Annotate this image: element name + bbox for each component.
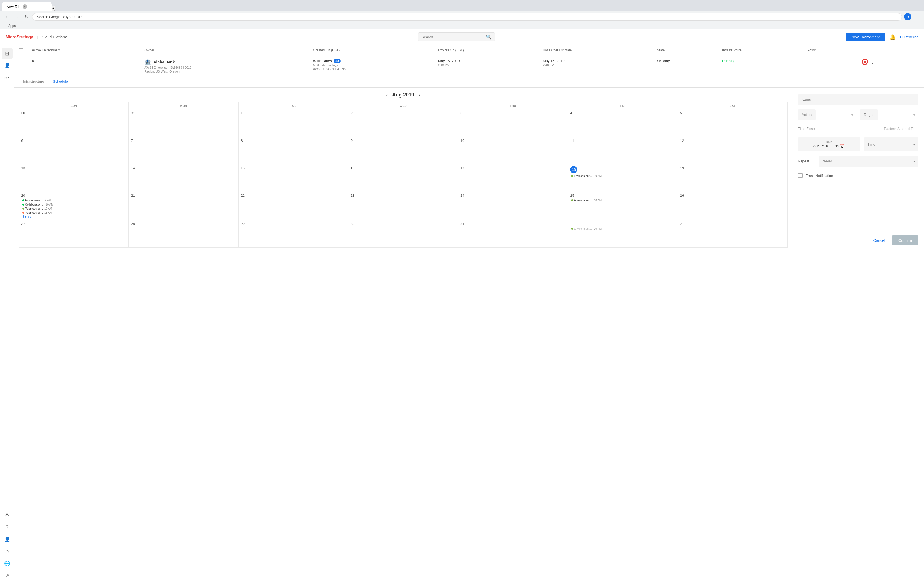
target-select-wrapper[interactable]: Target — [860, 110, 919, 120]
cal-day-10[interactable]: 10 — [458, 137, 568, 164]
more-events-link[interactable]: +3 more — [21, 215, 126, 218]
cal-day-2-next[interactable]: 2 — [678, 220, 787, 248]
cal-day-11[interactable]: 11 — [568, 137, 678, 164]
name-input[interactable] — [798, 94, 919, 105]
cal-event-20-4[interactable]: Telemetry se... 11 AM — [21, 211, 126, 214]
new-environment-button[interactable]: New Environment — [846, 33, 885, 41]
sidebar-icon-api[interactable]: RPI — [2, 72, 13, 83]
search-input[interactable] — [422, 35, 484, 39]
sidebar-icon-logout[interactable]: ↗ — [2, 570, 13, 577]
cal-event-20-3[interactable]: Telemetry se... 10 AM — [21, 207, 126, 211]
time-select[interactable]: Time — [864, 137, 919, 152]
cal-day-19[interactable]: 19 — [678, 164, 787, 192]
sidebar-icon-user-circle[interactable]: 👤 — [2, 534, 13, 545]
sidebar-icon-person[interactable]: 👤 — [2, 60, 13, 71]
cal-day-24[interactable]: 24 — [458, 192, 568, 220]
expand-arrow-icon[interactable]: ▶ — [32, 59, 35, 63]
select-all-header[interactable] — [14, 45, 27, 56]
cal-day-28[interactable]: 28 — [129, 220, 238, 248]
new-tab-button[interactable]: + — [52, 6, 55, 11]
name-field[interactable] — [798, 94, 919, 105]
date-field[interactable]: Date August 18, 2019 📅 — [798, 137, 861, 152]
cal-day-4[interactable]: 4 — [568, 110, 678, 137]
tab-infrastructure[interactable]: Infrastructure — [19, 76, 48, 87]
cal-day-17[interactable]: 17 — [458, 164, 568, 192]
address-bar[interactable]: Search Google or type a URL — [32, 13, 902, 21]
row-env-name-cell: 🏦 Alpha Bank AWS | Enterprise | ID:56689… — [140, 56, 309, 76]
repeat-select-wrapper[interactable]: Never — [819, 156, 919, 166]
row-checkbox-cell[interactable] — [14, 56, 27, 76]
target-select[interactable]: Target — [860, 110, 878, 120]
cal-event-20-2[interactable]: Collaboration ... 10 AM — [21, 203, 126, 206]
calendar-icon[interactable]: 📅 — [839, 143, 845, 149]
event-time: 10 AM — [46, 203, 53, 206]
cal-day-31-prev[interactable]: 31 — [129, 110, 238, 137]
created-date: May 15, 2019 — [438, 59, 534, 63]
sidebar-icon-globe[interactable]: 🌐 — [2, 558, 13, 569]
repeat-select[interactable]: Never — [819, 156, 919, 166]
cal-event-20-1[interactable]: Environment ... 9 AM — [21, 199, 126, 202]
cal-day-1[interactable]: 1 — [238, 110, 348, 137]
calendar-next-button[interactable]: › — [418, 92, 420, 98]
cal-day-18-today[interactable]: 18 Environment ... 10 AM — [568, 164, 678, 192]
cal-day-27[interactable]: 27 — [19, 220, 129, 248]
more-options-button[interactable]: ⋮ — [870, 59, 875, 65]
cal-day-7[interactable]: 7 — [129, 137, 238, 164]
profile-button[interactable]: R — [904, 13, 911, 20]
cal-day-5[interactable]: 5 — [678, 110, 787, 137]
cal-day-23[interactable]: 23 — [348, 192, 458, 220]
cancel-button[interactable]: Cancel — [870, 235, 888, 245]
cal-day-15[interactable]: 15 — [238, 164, 348, 192]
cal-day-29[interactable]: 29 — [238, 220, 348, 248]
tab-close-button[interactable]: × — [23, 5, 27, 9]
confirm-button[interactable]: Confirm — [892, 235, 919, 245]
cal-day-14[interactable]: 14 — [129, 164, 238, 192]
cal-day-2[interactable]: 2 — [348, 110, 458, 137]
cal-day-8[interactable]: 8 — [238, 137, 348, 164]
stop-button[interactable] — [862, 59, 868, 65]
notifications-bell-icon[interactable]: 🔔 — [890, 34, 896, 40]
time-select-wrapper[interactable]: Time — [864, 137, 919, 152]
cal-day-3[interactable]: 3 — [458, 110, 568, 137]
row-expand-cell[interactable]: ▶ — [27, 56, 140, 76]
cal-day-6[interactable]: 6 — [19, 137, 129, 164]
cal-event-1-next[interactable]: Environment ... 10 AM — [570, 227, 675, 230]
created-time: 2:48 PM — [438, 63, 534, 67]
reload-button[interactable]: ↻ — [23, 13, 30, 21]
cal-day-20[interactable]: 20 Environment ... 9 AM Collaboration ..… — [19, 192, 129, 220]
cal-day-16[interactable]: 16 — [348, 164, 458, 192]
cal-day-12[interactable]: 12 — [678, 137, 787, 164]
tab-scheduler[interactable]: Scheduler — [48, 76, 74, 87]
cal-day-30-prev[interactable]: 30 — [19, 110, 129, 137]
cal-day-1-next[interactable]: 1 Environment ... 10 AM — [568, 220, 678, 248]
search-bar[interactable]: 🔍 — [418, 32, 495, 42]
cal-day-26[interactable]: 26 — [678, 192, 787, 220]
date-time-row: Date August 18, 2019 📅 Time — [798, 137, 919, 152]
active-tab[interactable]: New Tab × — [2, 2, 52, 11]
browser-menu-button[interactable]: ⋮ — [914, 13, 921, 21]
row-checkbox[interactable] — [19, 59, 23, 63]
cal-day-21[interactable]: 21 — [129, 192, 238, 220]
day-header-sun: SUN — [19, 103, 129, 110]
action-select[interactable]: Action — [798, 110, 816, 120]
cal-day-13[interactable]: 13 — [19, 164, 129, 192]
sidebar-icon-help[interactable]: ? — [2, 522, 13, 533]
cal-day-30[interactable]: 30 — [348, 220, 458, 248]
cal-day-22[interactable]: 22 — [238, 192, 348, 220]
back-button[interactable]: ← — [3, 13, 11, 20]
sidebar-icon-eye[interactable]: 👁 — [2, 510, 13, 521]
sidebar-icon-grid[interactable]: ⊞ — [2, 48, 13, 59]
email-checkbox[interactable] — [798, 173, 803, 178]
forward-button[interactable]: → — [13, 13, 21, 20]
select-all-checkbox[interactable] — [19, 48, 23, 53]
action-select-wrapper[interactable]: Action — [798, 110, 857, 120]
row-action-cell: ⋮ — [858, 56, 924, 76]
sidebar-icon-alert[interactable]: ⚠ — [2, 546, 13, 557]
cal-event-18-fri[interactable]: Environment ... 10 AM — [570, 174, 675, 178]
cal-day-31[interactable]: 31 — [458, 220, 568, 248]
cal-day-9[interactable]: 9 — [348, 137, 458, 164]
cal-event-25[interactable]: Environment ... 10 AM — [570, 199, 675, 202]
calendar-prev-button[interactable]: ‹ — [386, 92, 388, 98]
event-time: 11 AM — [44, 211, 52, 214]
cal-day-25[interactable]: 25 Environment ... 10 AM — [568, 192, 678, 220]
